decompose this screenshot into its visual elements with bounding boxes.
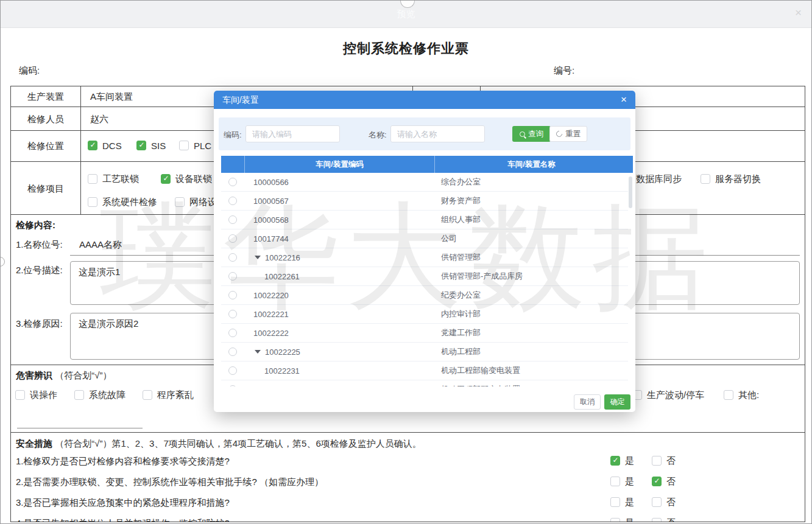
checkbox-label: 否 (666, 476, 676, 487)
table-row[interactable]: 10022231 机动工程部输变电装置 (221, 362, 628, 380)
table-row[interactable]: 10022261 供销管理部-产成品库房 (221, 267, 628, 286)
checkbox-production-fluctuation[interactable]: 生产波动/停车 (632, 390, 704, 400)
table-row[interactable]: 10022232 机动工程部配变电装置 (221, 380, 628, 386)
checkbox-label: 是 (625, 476, 634, 487)
row-radio[interactable] (228, 215, 237, 224)
tag-name-label: 1.名称位号: (16, 239, 63, 251)
section-heading: 检修内容: (16, 220, 55, 231)
row-radio[interactable] (228, 291, 237, 299)
table-row[interactable]: 10000568 组织人事部 (221, 211, 628, 229)
row-radio[interactable] (228, 348, 237, 356)
query-button[interactable]: 查询 (512, 126, 551, 142)
checkbox-icon (652, 497, 662, 507)
checkbox-misoperation[interactable]: 误操作 (15, 390, 57, 400)
expand-arrow-icon[interactable] (255, 256, 261, 259)
row-radio[interactable] (228, 253, 237, 262)
confirm-button[interactable]: 确定 (604, 394, 630, 410)
checkbox-sis[interactable]: SIS (136, 140, 166, 151)
reason-label: 3.检修原因: (16, 318, 63, 330)
safety-question-4: 4.是否已告知相关岗位人员并加强操作、监控和防护? (16, 518, 230, 522)
code-search-label: 编码: (224, 130, 242, 141)
q1-no-checkbox[interactable]: 否 (652, 455, 676, 466)
row-radio[interactable] (228, 178, 237, 186)
checkbox-system-hardware[interactable]: 系统硬件检修 (88, 197, 157, 208)
row-radio[interactable] (228, 366, 237, 375)
table-row[interactable]: 10017744 公司 (221, 229, 628, 248)
table-row[interactable]: 10022216 供销管理部 (221, 248, 628, 267)
row-radio[interactable] (228, 234, 237, 243)
checkbox-dcs[interactable]: DCS (88, 140, 122, 151)
checkbox-system-failure[interactable]: 系统故障 (74, 390, 125, 400)
name-search-input[interactable] (390, 125, 485, 142)
checkbox-label: 工艺联锁 (102, 173, 139, 185)
checkbox-process-interlock[interactable]: 工艺联锁 (88, 173, 139, 184)
row-name: 公司 (434, 233, 628, 244)
checkbox-other[interactable]: 其他: (724, 390, 759, 400)
table-row[interactable]: 10022222 党建工作部 (221, 324, 628, 343)
q4-no-checkbox[interactable]: 否 (652, 517, 676, 522)
table-row[interactable]: 10022225 机动工程部 (221, 343, 628, 362)
checkbox-icon (88, 141, 97, 150)
row-radio[interactable] (228, 329, 237, 337)
row-code: 10000566 (253, 178, 289, 187)
checkbox-plc[interactable]: PLC (179, 140, 211, 151)
cancel-button[interactable]: 取消 (574, 394, 601, 410)
reset-button-label: 重置 (565, 129, 581, 139)
row-radio[interactable] (228, 385, 237, 386)
checkbox-program-disorder[interactable]: 程序紊乱 (143, 390, 194, 400)
table-row[interactable]: 10022221 内控审计部 (221, 305, 628, 324)
row-name: 综合办公室 (434, 176, 628, 187)
reset-button[interactable]: 重置 (549, 126, 587, 142)
safety-measures-section: 安全措施 （符合划“√”）第1、2、3、7项共同确认，第4项工艺确认，第5、6项… (10, 433, 805, 522)
row-name: 财务资产部 (434, 195, 628, 206)
safety-question-2: 2.是否需要办理联锁、变更、控制系统作业等相关审批手续? （如需应办理） (16, 477, 323, 488)
row-code: 10022225 (265, 348, 300, 357)
table-row[interactable]: 10000566 综合办公室 (221, 173, 628, 192)
underline (17, 428, 143, 428)
table-scrollbar[interactable] (629, 176, 632, 208)
dialog-close-icon[interactable]: × (621, 91, 627, 109)
q3-no-checkbox[interactable]: 否 (652, 497, 676, 508)
checkbox-icon (88, 174, 97, 184)
expand-arrow-icon[interactable] (255, 350, 261, 354)
row-radio[interactable] (228, 197, 237, 205)
q2-yes-checkbox[interactable]: 是 (610, 476, 634, 487)
window-close-icon[interactable]: × (795, 7, 802, 18)
checkbox-equipment-interlock[interactable]: 设备联锁 (161, 173, 212, 184)
q3-yes-checkbox[interactable]: 是 (610, 497, 634, 508)
row-code: 10022221 (253, 310, 289, 319)
row-code: 10022216 (265, 253, 300, 262)
row-radio[interactable] (228, 272, 237, 281)
checkbox-icon (179, 141, 189, 150)
table-header-gutter (628, 156, 633, 173)
row-name: 机动工程部配变电装置 (434, 384, 628, 386)
checkbox-label: 系统故障 (89, 390, 125, 401)
table-row[interactable]: 10000567 财务资产部 (221, 192, 628, 211)
checkbox-icon (161, 174, 171, 184)
checkbox-label: 是 (625, 497, 634, 508)
q2-no-checkbox[interactable]: 否 (652, 476, 676, 487)
row-code: 10017744 (253, 234, 289, 243)
checkbox-icon (15, 390, 25, 400)
checkbox-icon (724, 390, 733, 400)
code-search-input[interactable] (245, 125, 340, 142)
checkbox-label: PLC (194, 141, 211, 151)
safety-question-3: 3.是否已掌握相关应急预案中的紧急处理程序和措施? (16, 497, 230, 509)
q4-yes-checkbox[interactable]: 是 (610, 517, 634, 522)
production-unit-label: 生产装置 (11, 91, 80, 103)
name-column-header: 车间/装置名称 (434, 156, 628, 173)
row-radio[interactable] (228, 310, 237, 318)
checkbox-server-switch[interactable]: 服务器切换 (701, 173, 761, 184)
row-code: 10022222 (253, 329, 289, 338)
checkbox-icon (136, 141, 146, 150)
checkbox-label: 是 (625, 517, 634, 523)
location-label: 检修位置 (11, 141, 80, 152)
table-body[interactable]: 10000566 综合办公室 10000567 财务资产部 10000568 组… (221, 173, 628, 386)
row-name: 党建工作部 (434, 327, 628, 338)
q1-yes-checkbox[interactable]: 是 (610, 455, 634, 466)
table-row[interactable]: 10022220 纪委办公室 (221, 286, 628, 305)
checkbox-icon (74, 390, 84, 400)
checkbox-icon (610, 518, 620, 522)
drawer-handle[interactable] (0, 257, 5, 267)
row-code: 10022220 (253, 291, 289, 300)
